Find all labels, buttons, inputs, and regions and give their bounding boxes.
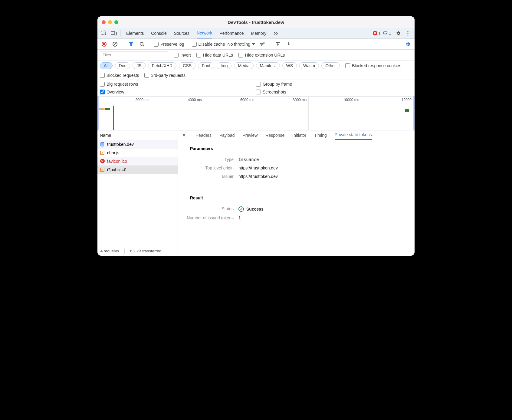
- chip-all[interactable]: All: [100, 62, 113, 69]
- request-count: 4 requests: [100, 249, 119, 253]
- error-count-badge[interactable]: ✕ 1: [373, 31, 381, 35]
- overview-timeline[interactable]: 2000 ms 4000 ms 6000 ms 8000 ms 10000 ms…: [97, 97, 415, 130]
- chip-manifest[interactable]: Manifest: [256, 62, 280, 69]
- filter-input[interactable]: Filter: [100, 51, 168, 59]
- hide-data-urls-checkbox[interactable]: Hide data URLs: [196, 53, 233, 57]
- svg-point-7: [407, 33, 408, 34]
- preserve-log-checkbox[interactable]: Preserve log: [154, 42, 184, 47]
- request-list: trusttoken.dev {} cbor.js ✕ favicon.ico …: [97, 140, 178, 246]
- record-button[interactable]: [100, 40, 108, 48]
- tab-memory[interactable]: Memory: [251, 28, 267, 38]
- chip-wasm[interactable]: Wasm: [299, 62, 319, 69]
- clear-button[interactable]: [111, 40, 119, 48]
- detail-tab-private-state-tokens[interactable]: Private state tokens: [335, 130, 372, 140]
- chip-other[interactable]: Other: [321, 62, 340, 69]
- document-icon: [100, 142, 105, 147]
- message-icon: [383, 31, 388, 35]
- detail-tab-headers[interactable]: Headers: [195, 130, 212, 140]
- devtools-window: DevTools - trusttoken.dev/ Elements Cons…: [97, 16, 415, 256]
- message-count-badge[interactable]: 1: [383, 31, 391, 35]
- tick-label: 6000 ms: [240, 98, 254, 102]
- tick-label: 12000: [402, 98, 412, 102]
- inspect-icon[interactable]: [100, 29, 108, 38]
- group-frame-checkbox[interactable]: Group by frame: [256, 82, 412, 87]
- chip-font[interactable]: Font: [198, 62, 214, 69]
- import-har-icon[interactable]: [284, 40, 293, 48]
- request-row-selected[interactable]: {} i?public=0: [97, 166, 178, 174]
- chip-css[interactable]: CSS: [179, 62, 195, 69]
- maximize-window-button[interactable]: [114, 20, 118, 24]
- throttling-dropdown[interactable]: No throttling: [228, 42, 255, 47]
- more-tabs-icon[interactable]: [274, 28, 279, 38]
- request-row[interactable]: trusttoken.dev: [97, 140, 178, 149]
- content-area: Name trusttoken.dev {} cbor.js ✕ favicon…: [97, 130, 415, 256]
- filter-toggle-icon[interactable]: [127, 40, 135, 48]
- close-detail-button[interactable]: ✕: [180, 132, 188, 138]
- chip-js[interactable]: JS: [133, 62, 145, 69]
- detail-tabs: ✕ Headers Payload Preview Response Initi…: [178, 130, 415, 140]
- hide-extension-urls-checkbox[interactable]: Hide extension URLs: [238, 53, 285, 57]
- timeline-marks: [99, 108, 110, 110]
- invert-checkbox[interactable]: Invert: [174, 53, 191, 57]
- timeline-segment: [405, 109, 409, 112]
- view-options: Big request rows Overview Group by frame…: [97, 80, 415, 97]
- window-controls: [102, 20, 118, 24]
- filter-bar: Filter Invert Hide data URLs Hide extens…: [97, 50, 415, 61]
- detail-tab-initiator[interactable]: Initiator: [292, 130, 306, 140]
- network-toolbar: Preserve log Disable cache No throttling: [97, 39, 415, 50]
- search-icon[interactable]: [138, 40, 146, 48]
- separator: [120, 30, 121, 37]
- big-rows-checkbox[interactable]: Big request rows: [100, 82, 256, 87]
- settings-icon[interactable]: [394, 29, 402, 38]
- panel-tabbar: Elements Console Sources Network Perform…: [97, 28, 415, 39]
- tab-sources[interactable]: Sources: [174, 28, 189, 38]
- tick-label: 10000 ms: [343, 98, 359, 102]
- chevron-down-icon: [252, 43, 255, 45]
- svg-point-8: [407, 34, 408, 35]
- detail-tab-response[interactable]: Response: [265, 130, 284, 140]
- divider: [178, 185, 415, 185]
- name-column-header[interactable]: Name: [97, 130, 178, 140]
- svg-rect-1: [111, 31, 115, 34]
- chip-img[interactable]: Img: [217, 62, 231, 69]
- minimize-window-button[interactable]: [108, 20, 112, 24]
- request-row[interactable]: ✕ favicon.ico: [97, 157, 178, 166]
- request-row[interactable]: {} cbor.js: [97, 149, 178, 157]
- chip-fetch-xhr[interactable]: Fetch/XHR: [148, 62, 176, 69]
- blocked-requests-checkbox[interactable]: Blocked requests: [100, 73, 139, 78]
- tab-network[interactable]: Network: [197, 28, 212, 38]
- svg-point-6: [407, 31, 408, 32]
- tick-label: 4000 ms: [188, 98, 202, 102]
- timeline-handle-right[interactable]: [413, 97, 415, 130]
- detail-tab-preview[interactable]: Preview: [243, 130, 258, 140]
- network-settings-icon[interactable]: [404, 40, 412, 48]
- check-circle-icon: ✓: [238, 206, 244, 212]
- device-toolbar-icon[interactable]: [110, 29, 118, 38]
- result-heading: Result: [178, 189, 415, 205]
- svg-point-17: [263, 43, 264, 43]
- close-window-button[interactable]: [102, 20, 106, 24]
- disable-cache-checkbox[interactable]: Disable cache: [192, 42, 225, 47]
- request-filter-row: Blocked requests 3rd-party requests: [97, 71, 415, 80]
- chip-media[interactable]: Media: [234, 62, 253, 69]
- export-har-icon[interactable]: [274, 40, 282, 48]
- tab-elements[interactable]: Elements: [126, 28, 144, 38]
- network-conditions-icon[interactable]: [258, 40, 266, 48]
- kebab-menu-icon[interactable]: [404, 29, 412, 38]
- chip-doc[interactable]: Doc: [115, 62, 130, 69]
- titlebar: DevTools - trusttoken.dev/: [97, 16, 415, 28]
- overview-checkbox[interactable]: Overview: [100, 90, 256, 94]
- kv-issuer: Issuerhttps://trusttoken.dev: [178, 172, 415, 181]
- blocked-cookies-checkbox[interactable]: Blocked response cookies: [345, 63, 401, 68]
- tab-console[interactable]: Console: [151, 28, 166, 38]
- detail-body: Parameters TypeIssuance Top level origin…: [178, 140, 415, 256]
- screenshots-checkbox[interactable]: Screenshots: [256, 90, 412, 94]
- third-party-checkbox[interactable]: 3rd-party requests: [144, 73, 185, 78]
- detail-tab-timing[interactable]: Timing: [314, 130, 327, 140]
- chip-ws[interactable]: WS: [282, 62, 297, 69]
- tab-performance[interactable]: Performance: [219, 28, 244, 38]
- request-list-panel: Name trusttoken.dev {} cbor.js ✕ favicon…: [97, 130, 178, 256]
- parameters-heading: Parameters: [178, 140, 415, 155]
- detail-tab-payload[interactable]: Payload: [219, 130, 235, 140]
- script-icon: {}: [100, 167, 105, 172]
